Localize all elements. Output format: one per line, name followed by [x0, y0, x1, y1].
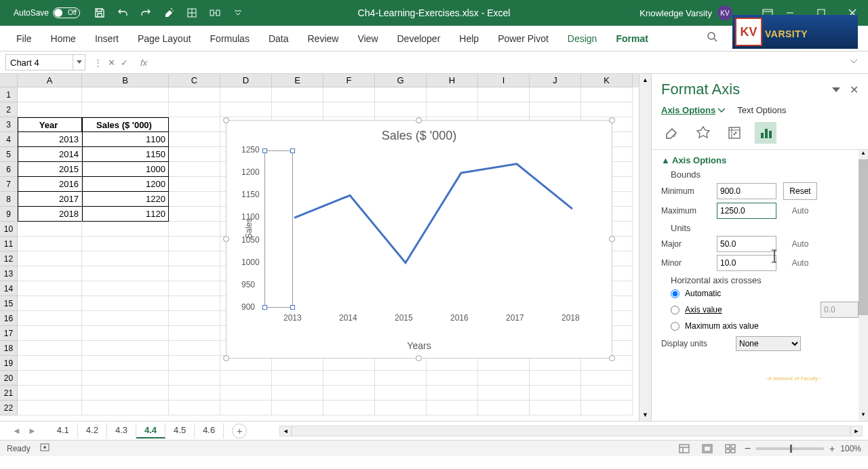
fill-line-icon[interactable] — [661, 122, 683, 144]
cross-max-radio[interactable] — [671, 322, 679, 331]
row-header[interactable]: 9 — [0, 207, 18, 222]
cancel-icon[interactable]: ✕ — [108, 58, 115, 68]
cell[interactable] — [375, 371, 427, 386]
zoom-in-button[interactable]: + — [829, 443, 835, 454]
cell[interactable] — [581, 386, 633, 401]
account-name[interactable]: Knowledge Varsity — [639, 8, 712, 18]
hscroll-track[interactable] — [292, 426, 850, 436]
zoom-slider[interactable] — [756, 447, 824, 450]
cell[interactable] — [478, 371, 530, 386]
pane-scrollbar[interactable]: ▲ ▼ — [859, 150, 868, 421]
tab-data[interactable]: Data — [259, 26, 298, 51]
save-icon[interactable] — [92, 5, 107, 20]
cell[interactable] — [220, 102, 272, 117]
cell[interactable] — [169, 341, 220, 356]
cell[interactable] — [581, 87, 633, 102]
cell[interactable]: Year — [18, 117, 82, 132]
cell[interactable] — [18, 102, 82, 117]
enter-icon[interactable]: ✓ — [121, 58, 128, 68]
tell-me-search[interactable] — [707, 31, 719, 45]
formula-expand[interactable] — [850, 56, 864, 69]
cell[interactable] — [375, 102, 427, 117]
cell[interactable] — [323, 87, 375, 102]
vertical-scrollbar[interactable]: ▲ ▼ — [639, 74, 651, 421]
cell[interactable] — [169, 251, 220, 266]
pane-tab-axis-options[interactable]: Axis Options — [661, 105, 725, 115]
row-header[interactable]: 16 — [0, 311, 18, 326]
cell[interactable] — [18, 326, 82, 341]
cell[interactable] — [169, 296, 220, 311]
cross-value-radio[interactable] — [671, 306, 679, 314]
row-header[interactable]: 6 — [0, 162, 18, 177]
row-header[interactable]: 2 — [0, 102, 18, 117]
autosave-toggle[interactable]: AutoSave Off — [14, 7, 80, 18]
col-header[interactable]: G — [375, 74, 427, 87]
zoom-level[interactable]: 100% — [840, 444, 861, 453]
cell[interactable]: 2017 — [18, 192, 82, 207]
sheet-tab[interactable]: 4.1 — [49, 423, 78, 439]
cell[interactable] — [18, 311, 82, 326]
cell[interactable] — [478, 102, 530, 117]
col-header[interactable]: F — [323, 74, 375, 87]
row-header[interactable]: 13 — [0, 266, 18, 281]
scroll-up-icon[interactable]: ▲ — [639, 74, 651, 86]
col-header[interactable]: C — [169, 74, 220, 87]
row-header[interactable]: 20 — [0, 371, 18, 386]
chart-object[interactable]: Sales ($ '000) Sales 9009501000105011001… — [226, 120, 612, 359]
cell[interactable] — [169, 371, 220, 386]
row-header[interactable]: 17 — [0, 326, 18, 341]
cross-auto-radio[interactable] — [671, 289, 679, 298]
cell[interactable] — [82, 281, 169, 296]
add-sheet-button[interactable]: + — [232, 424, 247, 439]
cell[interactable]: 2016 — [18, 177, 82, 192]
row-header[interactable]: 14 — [0, 281, 18, 296]
cell[interactable] — [18, 266, 82, 281]
cell[interactable]: 2018 — [18, 207, 82, 222]
cell[interactable] — [18, 341, 82, 356]
cell[interactable] — [18, 296, 82, 311]
cell[interactable] — [169, 356, 220, 371]
row-header[interactable]: 18 — [0, 341, 18, 356]
size-props-icon[interactable] — [724, 122, 745, 144]
col-header[interactable]: I — [478, 74, 530, 87]
normal-view-icon[interactable] — [675, 442, 693, 455]
cell[interactable] — [82, 341, 169, 356]
row-header[interactable]: 10 — [0, 222, 18, 237]
redo-icon[interactable] — [138, 5, 153, 20]
tab-insert[interactable]: Insert — [85, 26, 128, 51]
cell[interactable] — [375, 401, 427, 415]
tab-review[interactable]: Review — [298, 26, 349, 51]
cell[interactable] — [18, 281, 82, 296]
chart-title[interactable]: Sales ($ '000) — [226, 129, 612, 143]
cell[interactable] — [169, 147, 220, 162]
formula-input[interactable] — [151, 54, 844, 70]
tab-design[interactable]: Design — [558, 26, 607, 51]
cell[interactable] — [530, 386, 581, 401]
cell[interactable] — [530, 371, 581, 386]
page-break-view-icon[interactable] — [722, 442, 739, 455]
col-header[interactable]: H — [427, 74, 478, 87]
sheet-tab[interactable]: 4.2 — [78, 423, 107, 439]
row-header[interactable]: 11 — [0, 237, 18, 251]
cell[interactable] — [530, 102, 581, 117]
cell[interactable] — [220, 87, 272, 102]
sheet-tab[interactable]: 4.6 — [195, 423, 224, 439]
col-header[interactable]: A — [18, 74, 82, 87]
cell[interactable] — [18, 401, 82, 415]
cell[interactable] — [478, 386, 530, 401]
hscroll-left[interactable]: ◄ — [279, 426, 292, 436]
name-box[interactable]: Chart 4 — [5, 54, 73, 70]
scroll-down-icon[interactable]: ▼ — [639, 409, 651, 421]
cell[interactable] — [169, 207, 220, 222]
cell[interactable] — [220, 401, 272, 415]
cell[interactable] — [220, 371, 272, 386]
cell[interactable] — [18, 87, 82, 102]
col-header[interactable]: K — [581, 74, 633, 87]
cell[interactable] — [169, 386, 220, 401]
cell[interactable] — [18, 356, 82, 371]
sheet-nav-next[interactable]: ► — [28, 426, 37, 436]
sheet-nav-prev[interactable]: ◄ — [12, 426, 21, 436]
chart-plot-area[interactable]: 9009501000105011001150120012502013201420… — [267, 150, 599, 308]
tab-power-pivot[interactable]: Power Pivot — [488, 26, 558, 51]
cell[interactable]: Sales ($ '000) — [82, 117, 169, 132]
